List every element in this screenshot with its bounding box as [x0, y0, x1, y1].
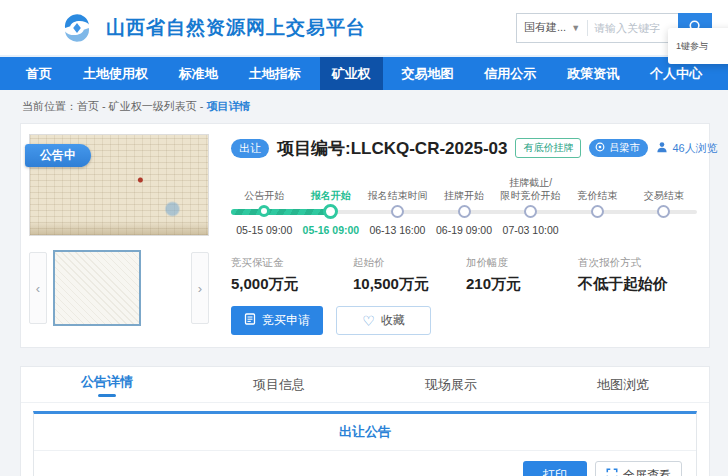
project-gallery: 公告中 ‹ › [29, 134, 209, 335]
apply-button-label: 竞买申请 [262, 312, 310, 329]
search-category-select[interactable]: 国有建... ▼ [517, 20, 587, 35]
nav-item[interactable]: 土地指标 [237, 57, 313, 90]
heart-icon: ♡ [362, 314, 375, 328]
tab[interactable]: 现场展示 [365, 367, 537, 402]
stat-value: 不低于起始价 [578, 275, 690, 294]
timeline-step-dot [657, 205, 670, 218]
search-category-value: 国有建... [524, 20, 566, 35]
nav-item-label: 标准地 [179, 65, 218, 83]
breadcrumb-path[interactable]: 首页 - 矿业权一级列表页 - [77, 100, 207, 112]
timeline-step-date: 06-13 16:00 [369, 224, 425, 236]
timeline-step-dot-wrap [391, 202, 404, 220]
timeline-step-label: 挂牌截止/ 限时竞价开始 [501, 170, 561, 202]
stat-label: 竞买保证金 [231, 256, 353, 270]
view-count-label: 46人浏览 [672, 141, 717, 156]
nav-item[interactable]: 信用公示 [472, 57, 548, 90]
timeline-step-dot [591, 205, 604, 218]
fullscreen-button[interactable]: 全屏查看 [595, 461, 682, 476]
stat-value: 10,500万元 [353, 275, 466, 294]
stat-label: 起始价 [353, 256, 466, 270]
timeline-step-dot-wrap [258, 202, 270, 220]
tab[interactable]: 公告详情 [21, 367, 193, 402]
timeline-step-dot-wrap [657, 202, 670, 220]
timeline-step-label: 报名结束时间 [367, 170, 427, 202]
timeline-step-dot-wrap [591, 202, 604, 220]
notice-toolbar: 打印 全屏查看 [34, 451, 696, 476]
tab-label: 公告详情 [81, 373, 133, 391]
apply-button[interactable]: 竞买申请 [231, 306, 323, 335]
fullscreen-button-label: 全屏查看 [623, 467, 671, 476]
timeline-step-dot [458, 205, 471, 218]
timeline-step: 报名开始 05-16 09:00 [298, 170, 365, 244]
nav-item[interactable]: 矿业权 [320, 57, 383, 90]
location-icon [595, 142, 605, 154]
stat-item: 竞买保证金 5,000万元 [231, 256, 353, 294]
timeline-step: 交易结束 [630, 170, 697, 244]
tab-label: 现场展示 [425, 376, 477, 394]
stat-item: 加价幅度 210万元 [466, 256, 578, 294]
stat-item: 起始价 10,500万元 [353, 256, 466, 294]
thumbnail-carousel: ‹ › [29, 250, 209, 326]
timeline-step-dot [258, 205, 270, 217]
stat-label: 加价幅度 [466, 256, 578, 270]
type-badge: 出让 [231, 139, 269, 158]
nav-item[interactable]: 首页 [14, 57, 64, 90]
project-title-row: 出让 项目编号:LLCKQ-CR-2025-03 有底价挂牌 吕梁市 46人浏览 [231, 134, 697, 162]
timeline-step-dot-wrap [524, 202, 537, 220]
timeline-step-date: 05-16 09:00 [303, 224, 360, 236]
detail-tabs-card: 公告详情 项目信息 现场展示 地图浏览 出让公告 打印 全屏查看 [20, 366, 710, 476]
form-icon [244, 313, 256, 328]
nav-item-label: 交易地图 [401, 65, 453, 83]
site-logo-icon [58, 11, 96, 45]
timeline-step-date: 07-03 10:00 [503, 224, 559, 236]
favorite-button-label: 收藏 [381, 312, 405, 329]
nav-item[interactable]: 土地使用权 [71, 57, 160, 90]
floating-popup-label: 1键参与 [676, 40, 708, 53]
city-badge-label: 吕梁市 [609, 141, 639, 155]
carousel-prev-button[interactable]: ‹ [29, 252, 47, 324]
project-thumbnail[interactable] [53, 250, 141, 326]
print-button[interactable]: 打印 [523, 461, 587, 476]
timeline-step: 报名结束时间 06-13 16:00 [364, 170, 431, 244]
stat-value: 5,000万元 [231, 275, 353, 294]
tab[interactable]: 地图浏览 [537, 367, 709, 402]
timeline-steps: 公告开始 05-15 09:00 报名开始 05-16 09:00 [231, 170, 697, 244]
timeline-step-label: 竞价结束 [577, 170, 617, 202]
breadcrumb-current: 项目详情 [207, 100, 251, 112]
nav-item-label: 个人中心 [650, 65, 702, 83]
timeline-step-dot [323, 204, 338, 219]
project-detail: 出让 项目编号:LLCKQ-CR-2025-03 有底价挂牌 吕梁市 46人浏览 [209, 134, 697, 335]
nav-item-label: 信用公示 [484, 65, 536, 83]
nav-item-label: 土地指标 [249, 65, 301, 83]
site-title: 山西省自然资源网上交易平台 [106, 15, 366, 41]
view-count: 46人浏览 [656, 141, 717, 156]
nav-item[interactable]: 政策资讯 [555, 57, 631, 90]
notice-title: 出让公告 [34, 414, 696, 451]
nav-item-label: 矿业权 [332, 65, 371, 83]
fullscreen-icon [606, 468, 618, 476]
chevron-down-icon: ▼ [571, 23, 580, 33]
tab-label: 项目信息 [253, 376, 305, 394]
tab[interactable]: 项目信息 [193, 367, 365, 402]
project-map-image[interactable]: 公告中 [29, 134, 209, 236]
floating-popup[interactable]: 1键参与 [668, 28, 728, 64]
detail-tabs: 公告详情 项目信息 现场展示 地图浏览 [21, 367, 709, 403]
favorite-button[interactable]: ♡ 收藏 [336, 306, 431, 335]
nav-item[interactable]: 交易地图 [389, 57, 465, 90]
search-input[interactable] [588, 22, 678, 34]
stat-value: 210万元 [466, 275, 578, 294]
timeline-step: 挂牌截止/ 限时竞价开始 07-03 10:00 [497, 170, 564, 244]
city-badge[interactable]: 吕梁市 [589, 139, 648, 157]
nav-item-label: 政策资讯 [567, 65, 619, 83]
project-actions: 竞买申请 ♡ 收藏 [231, 306, 697, 335]
timeline-step: 挂牌开始 06-19 09:00 [431, 170, 498, 244]
status-badge: 公告中 [25, 144, 91, 167]
stat-item: 首次报价方式 不低于起始价 [578, 256, 690, 294]
timeline-step-label: 报名开始 [311, 170, 351, 202]
timeline-step-date: 06-19 09:00 [436, 224, 492, 236]
tab-label: 地图浏览 [597, 376, 649, 394]
carousel-next-button[interactable]: › [191, 252, 209, 324]
stat-label: 首次报价方式 [578, 256, 690, 270]
notice-panel: 出让公告 打印 全屏查看 [33, 411, 697, 476]
nav-item[interactable]: 标准地 [167, 57, 230, 90]
